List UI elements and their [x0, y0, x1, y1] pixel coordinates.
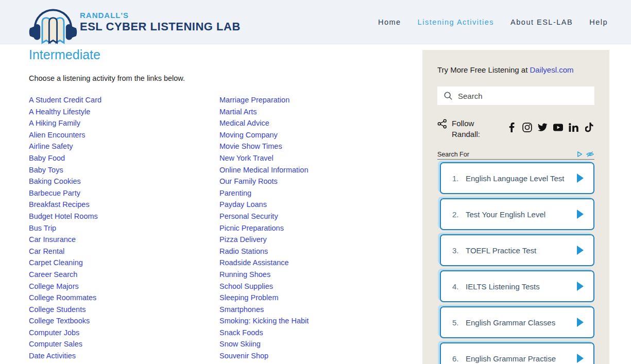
activity-link[interactable]: Career Search [29, 269, 219, 281]
activity-link[interactable]: Online Medical Information [219, 164, 410, 176]
nav-item-about-esl-lab[interactable]: About ESL-LAB [510, 18, 573, 26]
promo-label: Try More Free Listening at [437, 65, 530, 74]
activity-link[interactable]: Bus Trip [29, 222, 219, 234]
ad-item-number: 4. [452, 282, 466, 291]
instagram-icon[interactable] [522, 123, 532, 132]
activity-link[interactable]: Carpet Cleaning [29, 257, 219, 269]
activity-link[interactable]: Snow Skiing [219, 338, 410, 350]
activity-link[interactable]: Roadside Assistance [219, 257, 410, 269]
activity-link[interactable]: Car Rental [29, 246, 219, 257]
activity-link[interactable]: Movie Show Times [219, 141, 410, 152]
activity-link[interactable]: Personal Security [219, 211, 410, 222]
chevron-right-icon [576, 246, 584, 255]
links-column-2: Marriage PreparationMartial ArtsMedical … [219, 94, 410, 364]
ad-items: 1.English Language Level Test2.Test Your… [437, 162, 594, 364]
activity-link[interactable]: Airline Safety [29, 141, 219, 152]
chevron-right-icon [576, 282, 584, 291]
activity-link[interactable]: College Students [29, 304, 219, 316]
ad-item-4[interactable]: 4.IELTS Listening Tests [440, 270, 594, 302]
adchoices-icon[interactable] [576, 150, 584, 158]
activity-link[interactable]: Radio Stations [219, 246, 410, 257]
ad-item-label: TOEFL Practice Test [466, 246, 536, 255]
ad-item-number: 5. [452, 318, 466, 327]
activity-link[interactable]: A Hiking Family [29, 117, 219, 129]
activity-link[interactable]: Moving Company [219, 129, 410, 141]
twitter-icon[interactable] [538, 123, 548, 132]
chevron-right-icon [576, 210, 584, 219]
activity-link[interactable]: College Majors [29, 281, 219, 292]
tiktok-icon[interactable] [584, 123, 594, 132]
promo-text: Try More Free Listening at Dailyesl.com [437, 65, 594, 74]
activity-link[interactable]: Street Market [219, 362, 410, 364]
sidebar: Try More Free Listening at Dailyesl.com … [422, 50, 609, 364]
activity-link[interactable]: Computer Jobs [29, 327, 219, 339]
activity-link[interactable]: Car Insurance [29, 234, 219, 246]
youtube-icon[interactable] [553, 123, 563, 132]
activity-link[interactable]: Smartphones [219, 304, 410, 316]
activity-link[interactable]: Date Activities [29, 350, 219, 362]
activity-link[interactable]: Pizza Delivery [219, 234, 410, 246]
activity-link[interactable]: Baby Toys [29, 164, 219, 176]
activity-link[interactable]: A Healthy Lifestyle [29, 106, 219, 118]
activity-link[interactable]: Marriage Preparation [219, 94, 410, 106]
activity-link[interactable]: Souvenir Shop [219, 350, 410, 362]
search-input[interactable] [458, 92, 582, 100]
ad-item-6[interactable]: 6.English Grammar Practise [440, 342, 594, 364]
logo-bottom-line: ESL CYBER LISTENING LAB [80, 20, 241, 33]
ad-item-number: 6. [452, 354, 466, 363]
activity-link[interactable]: Martial Arts [219, 106, 410, 118]
ad-item-number: 3. [452, 246, 466, 255]
activity-link[interactable]: New York Travel [219, 152, 410, 164]
activity-link[interactable]: Computer Sales [29, 338, 219, 350]
ad-item-label: English Grammar Practise [466, 354, 556, 363]
links-column-1: A Student Credit CardA Healthy Lifestyle… [29, 94, 219, 364]
activity-link[interactable]: Breakfast Recipes [29, 199, 219, 211]
activity-link[interactable]: Payday Loans [219, 199, 410, 211]
dailyesl-link[interactable]: Dailyesl.com [530, 65, 574, 74]
activity-link[interactable]: Snack Foods [219, 327, 410, 339]
nav-item-help[interactable]: Help [589, 18, 608, 26]
activity-link[interactable]: College Textbooks [29, 315, 219, 327]
ad-item-5[interactable]: 5.English Grammar Classes [440, 306, 594, 338]
main-nav: HomeListening ActivitiesAbout ESL-LABHel… [378, 18, 608, 26]
ad-close-eye-icon[interactable] [586, 150, 594, 158]
follow-text: Follow Randall: [452, 118, 484, 140]
site-logo[interactable]: RANDALL'S ESL CYBER LISTENING LAB [28, 0, 241, 46]
ad-item-label: IELTS Listening Tests [466, 282, 540, 291]
ad-item-3[interactable]: 3.TOEFL Practice Test [440, 234, 594, 266]
nav-item-listening-activities[interactable]: Listening Activities [418, 18, 494, 26]
header: RANDALL'S ESL CYBER LISTENING LAB HomeLi… [0, 0, 631, 44]
activity-links: A Student Credit CardA Healthy Lifestyle… [29, 94, 410, 364]
activity-link[interactable]: Sleeping Problem [219, 292, 410, 304]
activity-link[interactable]: Running Shoes [219, 269, 410, 281]
linkedin-icon[interactable] [569, 123, 578, 132]
activity-link[interactable]: Medical Advice [219, 117, 410, 129]
facebook-icon[interactable] [507, 123, 517, 132]
follow-label: Follow Randall: [437, 118, 488, 140]
activity-link[interactable]: College Roommates [29, 292, 219, 304]
ad-item-number: 2. [452, 210, 466, 219]
activity-link[interactable]: Alien Encounters [29, 129, 219, 141]
activity-link[interactable]: Smoking: Kicking the Habit [219, 315, 410, 327]
activity-link[interactable]: Detective Agency [29, 362, 219, 364]
page-title: Intermediate [29, 47, 410, 62]
activity-link[interactable]: School Supplies [219, 281, 410, 292]
activity-link[interactable]: Our Family Roots [219, 176, 410, 187]
search-box[interactable] [437, 86, 594, 105]
chevron-right-icon [576, 174, 584, 183]
ad-item-2[interactable]: 2.Test Your English Level [440, 198, 594, 230]
activity-link[interactable]: Baby Food [29, 152, 219, 164]
activity-link[interactable]: Barbecue Party [29, 187, 219, 199]
ad-header: Search For [437, 151, 594, 160]
share-icon [437, 119, 447, 129]
ad-header-label: Search For [437, 151, 469, 158]
ad-item-1[interactable]: 1.English Language Level Test [440, 162, 594, 194]
ad-item-label: English Language Level Test [466, 174, 565, 183]
activity-link[interactable]: A Student Credit Card [29, 94, 219, 106]
activity-link[interactable]: Picnic Preparations [219, 222, 410, 234]
ad-item-label: English Grammar Classes [466, 318, 555, 327]
nav-item-home[interactable]: Home [378, 18, 401, 26]
activity-link[interactable]: Parenting [219, 187, 410, 199]
activity-link[interactable]: Baking Cookies [29, 176, 219, 187]
activity-link[interactable]: Budget Hotel Rooms [29, 211, 219, 222]
